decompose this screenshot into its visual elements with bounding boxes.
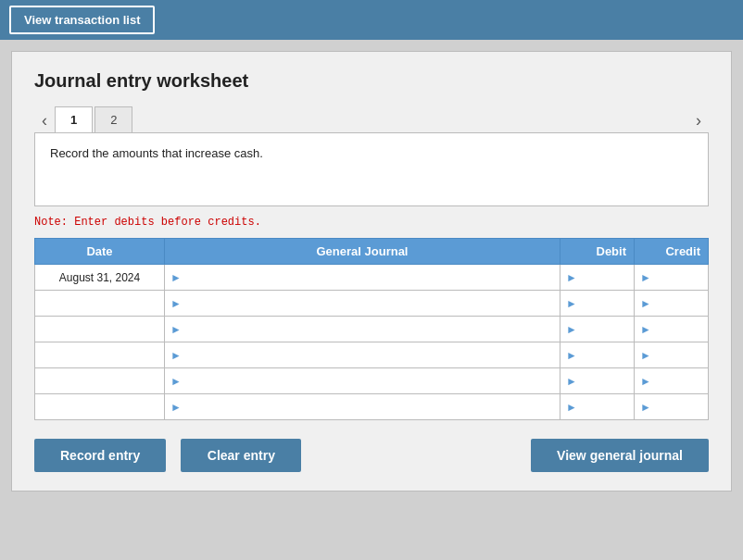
credit-cell-5[interactable]: ►: [635, 394, 709, 420]
journal-cell-5[interactable]: ►: [165, 394, 560, 420]
debit-input-1[interactable]: [581, 297, 628, 310]
credit-cell-2[interactable]: ►: [635, 317, 709, 342]
record-entry-button[interactable]: Record entry: [34, 439, 166, 472]
credit-arrow-0: ►: [640, 271, 651, 284]
arrow-indicator-3: ►: [170, 349, 182, 362]
debit-arrow-3: ►: [566, 349, 577, 362]
journal-input-2[interactable]: [185, 323, 554, 336]
credit-input-2[interactable]: [655, 323, 702, 336]
view-general-journal-button[interactable]: View general journal: [531, 439, 709, 472]
instruction-box: Record the amounts that increase cash.: [34, 132, 709, 206]
arrow-indicator-5: ►: [170, 401, 182, 414]
credit-input-0[interactable]: [655, 271, 702, 284]
debit-cell-2[interactable]: ►: [560, 317, 635, 342]
date-cell-2: [35, 317, 165, 342]
table-row: August 31, 2024 ► ► ►: [35, 265, 709, 291]
journal-cell-1[interactable]: ►: [165, 291, 560, 317]
debit-arrow-0: ►: [566, 271, 577, 284]
col-header-journal: General Journal: [165, 239, 560, 265]
debit-input-2[interactable]: [581, 323, 628, 336]
journal-cell-3[interactable]: ►: [165, 342, 560, 368]
debit-input-5[interactable]: [581, 401, 628, 414]
debit-arrow-5: ►: [566, 401, 577, 414]
col-header-credit: Credit: [635, 239, 709, 265]
debit-cell-0[interactable]: ►: [560, 265, 635, 291]
credit-cell-3[interactable]: ►: [635, 342, 709, 368]
col-header-date: Date: [35, 239, 165, 265]
tab-next-arrow[interactable]: ›: [688, 108, 709, 132]
tabs-nav: ‹ 1 2 ›: [34, 106, 709, 132]
page-title: Journal entry worksheet: [34, 70, 709, 92]
date-cell-4: [35, 368, 165, 394]
arrow-indicator-1: ►: [170, 297, 182, 310]
view-transaction-list-button[interactable]: View transaction list: [9, 6, 155, 34]
buttons-row: Record entry Clear entry View general jo…: [34, 439, 709, 472]
credit-arrow-3: ►: [640, 349, 651, 362]
credit-input-3[interactable]: [655, 349, 702, 362]
debit-arrow-4: ►: [566, 375, 577, 388]
date-cell-3: [35, 342, 165, 368]
credit-input-5[interactable]: [655, 401, 702, 414]
journal-input-5[interactable]: [185, 401, 554, 414]
table-row: ► ► ►: [35, 368, 709, 394]
credit-arrow-5: ►: [640, 401, 651, 414]
credit-arrow-2: ►: [640, 323, 651, 336]
date-cell-1: [35, 291, 165, 317]
debit-cell-4[interactable]: ►: [560, 368, 635, 394]
main-container: Journal entry worksheet ‹ 1 2 › Record t…: [11, 51, 732, 492]
journal-cell-2[interactable]: ►: [165, 317, 560, 342]
journal-cell-4[interactable]: ►: [165, 368, 560, 394]
debit-arrow-2: ►: [566, 323, 577, 336]
arrow-indicator-0: ►: [170, 271, 182, 284]
credit-cell-0[interactable]: ►: [635, 265, 709, 291]
debit-input-3[interactable]: [581, 349, 628, 362]
credit-input-1[interactable]: [655, 297, 702, 310]
instruction-text: Record the amounts that increase cash.: [50, 146, 263, 160]
tab-1[interactable]: 1: [55, 106, 93, 132]
credit-arrow-1: ►: [640, 297, 651, 310]
debit-cell-1[interactable]: ►: [560, 291, 635, 317]
credit-arrow-4: ►: [640, 375, 651, 388]
btn-group-right: View general journal: [531, 439, 709, 472]
journal-input-1[interactable]: [185, 297, 554, 310]
tab-2[interactable]: 2: [94, 106, 132, 132]
note-text: Note: Enter debits before credits.: [34, 216, 709, 229]
table-row: ► ► ►: [35, 394, 709, 420]
debit-cell-3[interactable]: ►: [560, 342, 635, 368]
credit-cell-4[interactable]: ►: [635, 368, 709, 394]
table-row: ► ► ►: [35, 317, 709, 342]
table-row: ► ► ►: [35, 342, 709, 368]
tab-prev-arrow[interactable]: ‹: [34, 108, 55, 132]
credit-cell-1[interactable]: ►: [635, 291, 709, 317]
debit-cell-5[interactable]: ►: [560, 394, 635, 420]
debit-input-0[interactable]: [581, 271, 628, 284]
clear-entry-button[interactable]: Clear entry: [181, 439, 301, 472]
btn-group-left: Record entry Clear entry: [34, 439, 301, 472]
journal-table: Date General Journal Debit Credit August…: [34, 238, 709, 420]
date-cell-5: [35, 394, 165, 420]
journal-input-3[interactable]: [185, 349, 554, 362]
arrow-indicator-4: ►: [170, 375, 182, 388]
top-bar: View transaction list: [0, 0, 743, 40]
journal-input-4[interactable]: [185, 375, 554, 388]
journal-cell-0[interactable]: ►: [165, 265, 560, 291]
arrow-indicator-2: ►: [170, 323, 182, 336]
journal-input-0[interactable]: [185, 271, 554, 284]
credit-input-4[interactable]: [655, 375, 702, 388]
table-row: ► ► ►: [35, 291, 709, 317]
debit-arrow-1: ►: [566, 297, 577, 310]
debit-input-4[interactable]: [581, 375, 628, 388]
date-cell-0: August 31, 2024: [35, 265, 165, 291]
col-header-debit: Debit: [560, 239, 635, 265]
